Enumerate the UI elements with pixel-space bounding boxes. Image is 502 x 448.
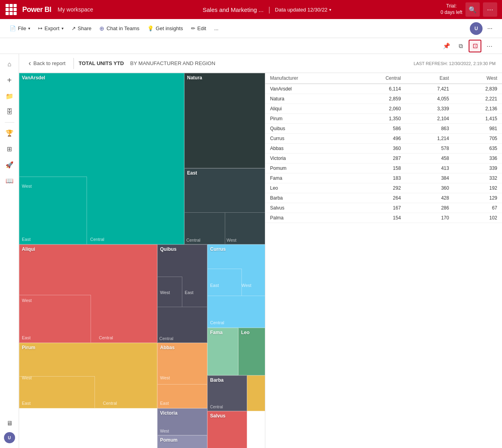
data-icon: 🗄 bbox=[6, 108, 13, 115]
treemap-cell-vanarsdel[interactable]: VanArsdel East Central West bbox=[19, 73, 184, 244]
search-button[interactable]: 🔍 bbox=[465, 2, 480, 17]
treemap-container[interactable]: VanArsdel East Central West Natura East bbox=[19, 73, 265, 448]
cell-central: 1,350 bbox=[350, 114, 406, 124]
cell-central: 2,060 bbox=[350, 104, 406, 114]
grid-icon bbox=[6, 4, 17, 15]
sidebar-item-home[interactable]: ⌂ bbox=[2, 57, 17, 71]
vanarsdel-label: VanArsdel bbox=[19, 73, 184, 82]
treemap-cell-abbas[interactable]: Abbas East West bbox=[157, 343, 207, 408]
treemap-cell-natura-top[interactable]: Natura bbox=[184, 73, 265, 168]
cell-west: 192 bbox=[454, 183, 502, 193]
sidebar-item-user[interactable]: U bbox=[2, 431, 17, 445]
goals-icon: 🏆 bbox=[6, 129, 14, 137]
sidebar-item-learn[interactable]: 🚀 bbox=[2, 158, 17, 172]
natura-east-label: East bbox=[185, 169, 265, 177]
sidebar-item-monitor[interactable]: 🖥 bbox=[2, 416, 17, 431]
cell-manufacturer: Aliqui bbox=[265, 104, 350, 114]
user-avatar[interactable]: U bbox=[470, 22, 483, 35]
treemap-cell-fama[interactable]: Fama bbox=[207, 328, 238, 375]
pin-button[interactable]: 📌 bbox=[440, 40, 453, 52]
cell-manufacturer: Natura bbox=[265, 94, 350, 104]
cell-manufacturer: Quibus bbox=[265, 124, 350, 134]
get-insights-button[interactable]: 💡 Get insights bbox=[144, 22, 186, 35]
cell-east: 1,214 bbox=[405, 134, 454, 144]
sidebar-item-add[interactable]: + bbox=[2, 73, 17, 87]
insights-label: Get insights bbox=[156, 25, 183, 31]
data-updated[interactable]: Data updated 12/30/22 ▾ bbox=[275, 7, 331, 13]
sidebar-item-browse[interactable]: 📁 bbox=[2, 89, 17, 103]
table-row: Barba 264 428 129 bbox=[265, 193, 502, 203]
back-to-report-button[interactable]: ‹ Back to report bbox=[25, 58, 69, 69]
sub-more-button[interactable]: ⋯ bbox=[483, 40, 496, 52]
table-row: Natura 2,859 4,055 2,221 bbox=[265, 94, 502, 104]
report-name: Sales and Marketing ... bbox=[203, 6, 263, 13]
sidebar-item-goals[interactable]: 🏆 bbox=[2, 126, 17, 140]
sidebar-divider bbox=[5, 122, 14, 123]
currus-west: West bbox=[241, 283, 251, 288]
sidebar-item-data[interactable]: 🗄 bbox=[2, 105, 17, 119]
treemap-cell-currus[interactable]: Currus Central East West bbox=[207, 244, 265, 328]
waffle-menu[interactable] bbox=[5, 3, 17, 16]
natura-central: Central bbox=[186, 238, 200, 242]
docs-icon: 📖 bbox=[6, 177, 14, 185]
edit-label: Edit bbox=[197, 25, 206, 31]
chat-in-teams-button[interactable]: ⊕ Chat in Teams bbox=[96, 22, 143, 35]
treemap-cell-barba[interactable]: Barba Central bbox=[207, 375, 247, 411]
cell-manufacturer: Palma bbox=[265, 213, 350, 223]
treemap-cell-pomum[interactable]: Pomum East West bbox=[157, 435, 207, 448]
treemap-cell-salvus[interactable]: Salvus bbox=[207, 411, 247, 448]
duplicate-button[interactable]: ⧉ bbox=[454, 40, 467, 52]
workspace-name[interactable]: My workspace bbox=[58, 6, 93, 13]
treemap-cell-victoria[interactable]: Victoria West bbox=[157, 408, 207, 435]
teams-icon: ⊕ bbox=[99, 25, 104, 32]
file-button[interactable]: 📄 File ▾ bbox=[6, 22, 33, 35]
cell-west: 1,415 bbox=[454, 114, 502, 124]
treemap-cell-yellow-sliver[interactable] bbox=[247, 375, 265, 411]
currus-label: Currus bbox=[208, 245, 265, 254]
share-button[interactable]: ↗ Share bbox=[68, 22, 95, 35]
cell-manufacturer: Leo bbox=[265, 183, 350, 193]
treemap-cell-natura-east[interactable]: East Central West bbox=[184, 168, 265, 244]
quibus-label: Quibus bbox=[158, 245, 207, 254]
trial-badge: Trial: 0 days left bbox=[440, 3, 462, 15]
user-menu-button[interactable]: ⋯ bbox=[483, 2, 497, 17]
cell-east: 458 bbox=[405, 154, 454, 163]
sidebar-item-docs[interactable]: 📖 bbox=[2, 173, 17, 188]
cell-east: 3,339 bbox=[405, 104, 454, 114]
col-west: West bbox=[454, 73, 502, 84]
cell-west: 332 bbox=[454, 173, 502, 183]
chart-title: TOTAL UNITS YTD bbox=[79, 60, 124, 66]
focus-header: ‹ Back to report TOTAL UNITS YTD BY MANU… bbox=[19, 54, 502, 73]
treemap[interactable]: VanArsdel East Central West Natura East bbox=[19, 73, 265, 448]
cell-west: 705 bbox=[454, 134, 502, 144]
focus-header-divider bbox=[73, 58, 74, 69]
cell-east: 413 bbox=[405, 163, 454, 173]
cell-central: 287 bbox=[350, 154, 406, 163]
edit-button[interactable]: ✏ Edit bbox=[188, 22, 209, 35]
table-row: Fama 183 384 332 bbox=[265, 173, 502, 183]
cell-central: 183 bbox=[350, 173, 406, 183]
aliqui-central: Central bbox=[99, 335, 113, 340]
toolbar-more-right[interactable]: ⋯ bbox=[484, 22, 496, 35]
cell-central: 158 bbox=[350, 163, 406, 173]
sub-more-icon: ⋯ bbox=[487, 42, 492, 50]
treemap-cell-aliqui[interactable]: Aliqui East Central West bbox=[19, 244, 157, 343]
export-button[interactable]: ↦ Export ▾ bbox=[35, 22, 67, 35]
cell-east: 4,055 bbox=[405, 94, 454, 104]
treemap-cell-quibus[interactable]: Quibus West East Central bbox=[157, 244, 207, 343]
cell-manufacturer: Pirum bbox=[265, 114, 350, 124]
more-button[interactable]: ... bbox=[211, 22, 222, 35]
cell-central: 6,114 bbox=[350, 84, 406, 94]
cell-manufacturer: Abbas bbox=[265, 144, 350, 154]
sidebar: ⌂ + 📁 🗄 🏆 ⊞ 🚀 📖 🖥 U bbox=[0, 54, 19, 448]
treemap-cell-pirum[interactable]: Pirum East Central West bbox=[19, 343, 157, 408]
sidebar-avatar: U bbox=[4, 432, 15, 443]
cell-central: 586 bbox=[350, 124, 406, 134]
abbas-label: Abbas bbox=[158, 343, 207, 352]
table-row: Abbas 360 578 635 bbox=[265, 144, 502, 154]
cell-west: 2,136 bbox=[454, 104, 502, 114]
sidebar-item-apps[interactable]: ⊞ bbox=[2, 142, 17, 156]
focus-mode-button[interactable]: ⊡ bbox=[469, 40, 481, 52]
treemap-cell-leo[interactable]: Leo bbox=[238, 328, 265, 375]
cell-manufacturer: VanArsdel bbox=[265, 84, 350, 94]
